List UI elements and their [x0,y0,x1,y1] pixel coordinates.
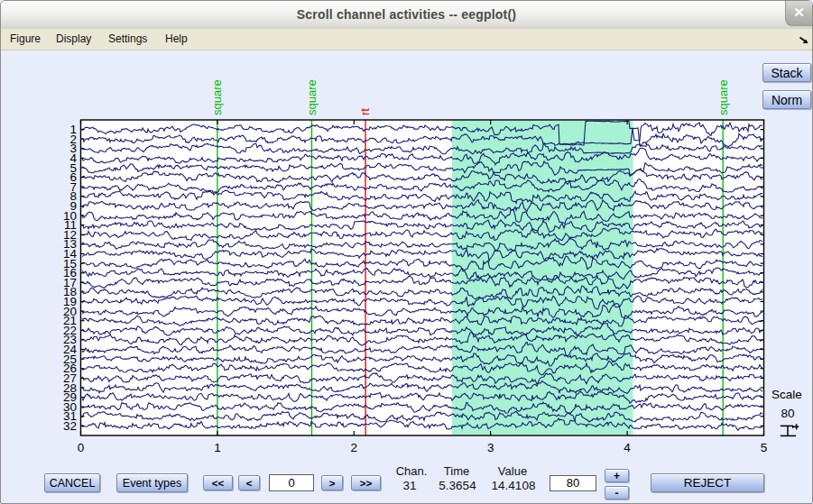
svg-text:square: square [716,79,730,115]
svg-text:32: 32 [63,419,77,433]
svg-text:square: square [210,79,224,115]
svg-text:Scale: Scale [771,388,802,401]
svg-text:80: 80 [781,407,794,420]
svg-text:0: 0 [78,441,85,454]
svg-text:square: square [305,79,319,115]
svg-text:3: 3 [487,441,494,454]
svg-text:5: 5 [761,441,768,454]
svg-text:2: 2 [351,441,358,454]
svg-text:rt: rt [358,108,372,115]
svg-text:4: 4 [624,441,631,454]
svg-text:1: 1 [214,441,221,454]
